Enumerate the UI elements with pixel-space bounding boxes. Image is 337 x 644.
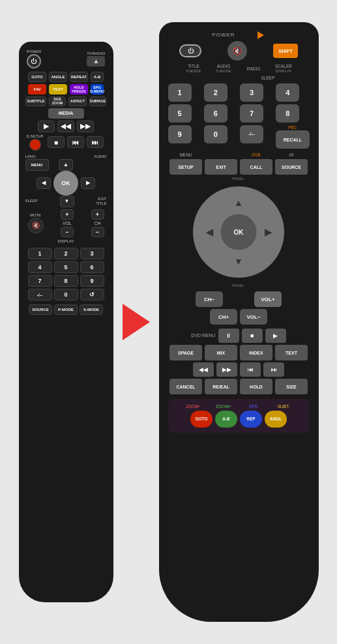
large-angl-button[interactable]: ANGL	[265, 411, 287, 428]
large-btn-3[interactable]: 3	[240, 83, 263, 102]
small-dsetup-button[interactable]	[29, 139, 41, 151]
large-color-buttons: GOTO A-B REP ANGL	[173, 411, 304, 428]
large-size-button[interactable]: SIZE	[275, 379, 308, 394]
large-cancel-button[interactable]: CANCEL	[169, 379, 202, 394]
small-hold-button[interactable]: HOLD FREEZE	[70, 84, 88, 95]
large-nav-right[interactable]: ▶	[258, 222, 278, 242]
small-ffw-button[interactable]: ▶▶	[77, 121, 94, 132]
small-aspect-button[interactable]: ASPECT	[68, 96, 87, 106]
large-btn-9[interactable]: 9	[168, 125, 192, 143]
large-ch-minus[interactable]: CH−	[196, 291, 223, 307]
small-media-button[interactable]: MEDIA	[48, 108, 84, 119]
small-btn-5[interactable]: 5	[54, 261, 78, 273]
small-stop-button[interactable]: ■	[48, 136, 65, 148]
small-next-button[interactable]: ⏭	[87, 136, 104, 148]
large-btn-5[interactable]: 5	[168, 104, 192, 123]
large-power-button[interactable]: ⏻	[179, 44, 201, 57]
large-btn-4[interactable]: 4	[276, 83, 299, 102]
large-exit-button[interactable]: EXIT	[205, 159, 237, 175]
large-ab-button[interactable]: A-B	[215, 411, 237, 428]
small-ch-plus[interactable]: +	[91, 209, 104, 220]
large-next-button[interactable]: ⏭	[263, 362, 284, 377]
large-source-button[interactable]: SOURCE	[275, 159, 308, 175]
small-subpage-button[interactable]: SUBPAGE	[89, 96, 106, 106]
large-ok-button[interactable]: OK	[221, 214, 257, 250]
small-source-button[interactable]: SOURCE	[29, 304, 52, 315]
large-index-button[interactable]: INDEX	[240, 345, 272, 360]
small-btn-6[interactable]: 6	[80, 261, 104, 273]
large-btn-8[interactable]: 8	[276, 104, 299, 123]
small-eject-button[interactable]: ▲	[87, 56, 105, 66]
small-btn-1[interactable]: 1	[28, 248, 52, 259]
small-epg-button[interactable]: EPG D.MENU	[91, 84, 104, 95]
large-prev-button[interactable]: ⏮	[240, 362, 261, 377]
large-pause-button[interactable]: ⏸	[218, 329, 239, 343]
small-nav-right[interactable]: ▶	[81, 177, 95, 189]
large-recall-button[interactable]: RECALL	[276, 130, 309, 149]
large-setup-button[interactable]: SETUP	[169, 159, 202, 175]
small-ab-button[interactable]: A-B	[91, 72, 104, 82]
small-subtitle-button[interactable]: SUBTITLE	[25, 96, 46, 106]
small-nav-left[interactable]: ◀	[37, 177, 51, 189]
small-menu-button[interactable]: MENU	[25, 159, 49, 171]
small-rew-button[interactable]: ◀◀	[57, 121, 74, 132]
small-btn-2[interactable]: 2	[54, 248, 78, 259]
large-nav-left[interactable]: ◀	[199, 222, 219, 242]
large-vol-minus[interactable]: VOL−	[240, 309, 267, 325]
large-mix-button[interactable]: MIX	[205, 345, 237, 360]
small-text-button[interactable]: TEXT	[49, 84, 67, 95]
large-zoom-labels: ZOOM− ZOOM+ EPG SUBT.	[173, 404, 304, 409]
small-mute-button[interactable]: 🔇	[28, 218, 44, 233]
small-nav-up[interactable]: ▲	[59, 159, 73, 171]
large-stop-button[interactable]: ■	[242, 329, 263, 343]
small-btn-dash[interactable]: -/--	[28, 289, 52, 300]
small-btn-3[interactable]: 3	[80, 248, 104, 259]
large-reveal-button[interactable]: RE/EAL	[205, 379, 237, 394]
small-pmode-button[interactable]: P-MODE	[54, 304, 78, 315]
small-smode-button[interactable]: S-MODE	[80, 304, 103, 315]
small-btn-7[interactable]: 7	[28, 275, 52, 287]
large-hold-button[interactable]: HOLD	[240, 379, 272, 394]
large-power-label: POWER	[212, 33, 235, 38]
large-vol-plus[interactable]: VOL+	[254, 291, 282, 307]
small-vol-minus[interactable]: −	[61, 227, 74, 237]
large-btn-dash[interactable]: -/--	[240, 125, 263, 143]
small-goto-button[interactable]: GOTO	[28, 72, 46, 82]
large-mute-button[interactable]: 🔇	[227, 41, 247, 61]
small-size-button[interactable]: SIZE ZOOM	[49, 96, 66, 106]
large-shift-button[interactable]: SHIFT	[273, 44, 298, 58]
small-nav-down[interactable]: ▼	[60, 196, 74, 207]
large-ch-plus[interactable]: CH+	[210, 309, 237, 325]
small-prev-button[interactable]: ⏮	[67, 136, 84, 148]
small-power-button[interactable]: ⏻	[27, 54, 41, 68]
large-nav-down[interactable]: ▼	[229, 252, 248, 271]
small-vol-plus[interactable]: +	[61, 209, 74, 220]
small-btn-9[interactable]: 9	[80, 275, 104, 287]
small-ch-minus[interactable]: −	[91, 227, 104, 237]
large-btn-0[interactable]: 0	[204, 125, 227, 143]
small-btn-return[interactable]: ↺	[80, 289, 104, 300]
small-repeat-button[interactable]: REPEAT	[70, 72, 88, 82]
large-spage-button[interactable]: SPAGE	[169, 345, 202, 360]
small-play-button[interactable]: ▶	[38, 121, 55, 132]
eject-icon: ▲	[93, 57, 99, 65]
large-goto-button[interactable]: GOTO	[190, 411, 212, 428]
small-btn-4[interactable]: 4	[28, 261, 52, 273]
small-angle-button[interactable]: ANGLE	[49, 72, 67, 82]
large-play-button[interactable]: ▶	[265, 329, 286, 343]
large-btn-7[interactable]: 7	[240, 104, 263, 123]
small-btn-0[interactable]: 0	[54, 289, 78, 300]
small-ok-button[interactable]: OK	[53, 171, 78, 196]
large-btn-1[interactable]: 1	[168, 83, 192, 102]
large-rep-button[interactable]: REP	[240, 411, 262, 428]
large-text-button[interactable]: TEXT	[275, 345, 308, 360]
small-btn-8[interactable]: 8	[54, 275, 78, 287]
large-rew-button[interactable]: ◀◀	[193, 362, 214, 377]
large-btn-2[interactable]: 2	[204, 83, 227, 102]
large-ffw-button[interactable]: ▶▶	[216, 362, 237, 377]
large-nav-up[interactable]: ▲	[229, 193, 248, 212]
large-btn-6[interactable]: 6	[204, 104, 227, 123]
small-menu-row: LANG AUDIO	[24, 154, 108, 159]
large-call-button[interactable]: CALL	[240, 159, 272, 175]
small-fav-button[interactable]: FAV	[28, 84, 46, 95]
